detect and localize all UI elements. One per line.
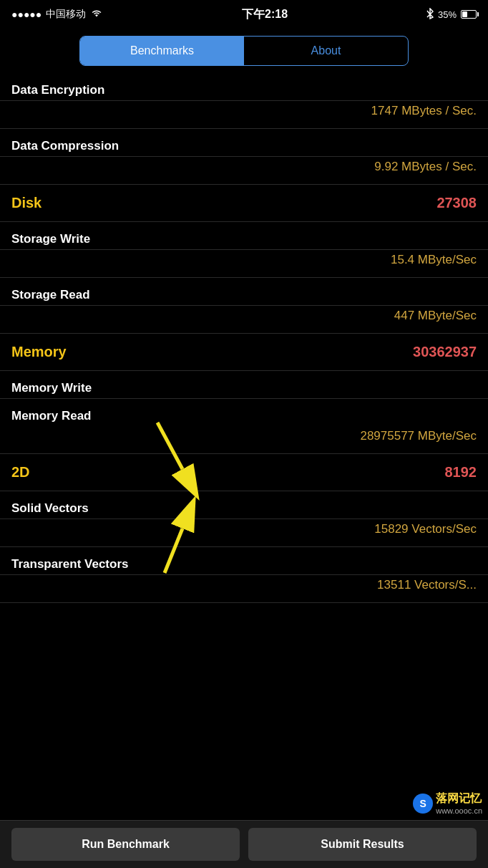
submit-results-button[interactable]: Submit Results <box>248 828 477 861</box>
storage-write-header: Storage Write <box>0 222 488 250</box>
status-time: 下午2:18 <box>242 7 288 22</box>
disk-row: Disk 27308 <box>0 185 488 222</box>
run-benchmark-button[interactable]: Run Benchmark <box>11 828 240 861</box>
bluetooth-icon <box>426 8 434 21</box>
signal-dots: ●●●●● <box>11 9 42 20</box>
transparent-vectors-value: 13511 Vectors/S... <box>0 575 488 603</box>
status-left: ●●●●● 中国移动 <box>11 8 103 21</box>
memory-write-header: Memory Write <box>0 371 488 399</box>
data-compression-value: 9.92 MBytes / Sec. <box>0 157 488 185</box>
benchmark-list: Data Encryption 1747 MBytes / Sec. Data … <box>0 73 488 603</box>
memory-read-header: Memory Read <box>0 399 488 426</box>
wifi-icon <box>90 9 103 21</box>
solid-vectors-header: Solid Vectors <box>0 491 488 519</box>
watermark: S 落网记忆 www.oooc.cn <box>407 789 488 818</box>
carrier-label: 中国移动 <box>46 8 86 21</box>
memory-row: Memory 30362937 <box>0 334 488 371</box>
watermark-icon: S <box>413 794 433 814</box>
status-right: 35% <box>426 8 477 21</box>
solid-vectors-value: 15829 Vectors/Sec <box>0 519 488 547</box>
battery-percent: 35% <box>438 9 457 20</box>
twod-row: 2D 8192 <box>0 454 488 491</box>
battery-icon <box>461 10 477 19</box>
transparent-vectors-header: Transparent Vectors <box>0 547 488 575</box>
storage-read-value: 447 MByte/Sec <box>0 306 488 334</box>
tab-benchmarks[interactable]: Benchmarks <box>80 37 244 65</box>
status-bar: ●●●●● 中国移动 下午2:18 35% <box>0 0 488 29</box>
bottom-toolbar: Run Benchmark Submit Results <box>0 820 488 868</box>
segmented-inner: Benchmarks About <box>79 36 409 66</box>
memory-read-value: 28975577 MByte/Sec <box>0 426 488 454</box>
tab-about[interactable]: About <box>244 37 408 65</box>
data-encryption-header: Data Encryption <box>0 73 488 101</box>
storage-write-value: 15.4 MByte/Sec <box>0 250 488 278</box>
data-encryption-value: 1747 MBytes / Sec. <box>0 101 488 129</box>
data-compression-header: Data Compression <box>0 129 488 157</box>
storage-read-header: Storage Read <box>0 278 488 306</box>
segmented-control: Benchmarks About <box>0 29 488 73</box>
watermark-info: 落网记忆 www.oooc.cn <box>436 791 482 815</box>
